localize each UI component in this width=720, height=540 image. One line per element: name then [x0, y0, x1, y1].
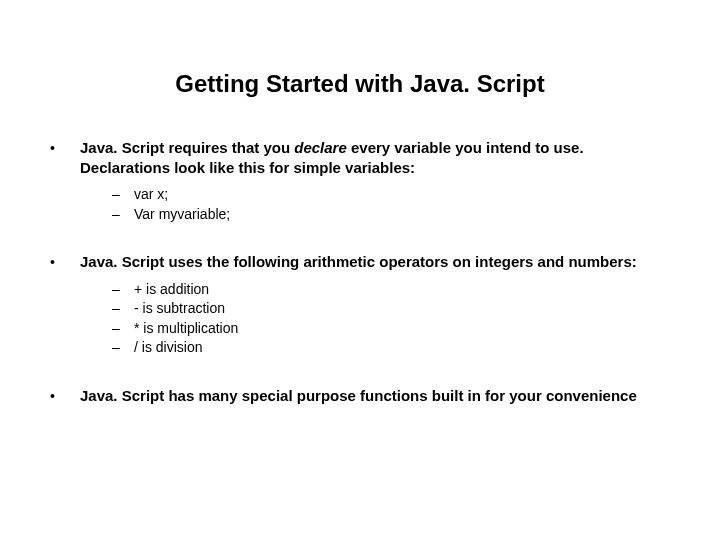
- sub-marker: –: [112, 205, 134, 225]
- bullet-section-2: • Java. Script uses the following arithm…: [50, 252, 670, 358]
- bullet-section-1: • Java. Script requires that you declare…: [50, 138, 670, 224]
- sub-text: Var myvariable;: [134, 205, 230, 225]
- bullet-item: • Java. Script requires that you declare…: [50, 138, 670, 177]
- sub-item: – + is addition: [112, 280, 670, 300]
- sub-text: var x;: [134, 185, 168, 205]
- bullet-item: • Java. Script has many special purpose …: [50, 386, 670, 406]
- bullet-section-3: • Java. Script has many special purpose …: [50, 386, 670, 406]
- bullet-text: Java. Script has many special purpose fu…: [80, 386, 670, 406]
- bullet-marker: •: [50, 138, 80, 177]
- sub-list: – var x; – Var myvariable;: [112, 185, 670, 224]
- bullet-text-pre: Java. Script uses the following arithmet…: [80, 253, 637, 270]
- sub-text: + is addition: [134, 280, 209, 300]
- sub-marker: –: [112, 185, 134, 205]
- sub-text: - is subtraction: [134, 299, 225, 319]
- bullet-text-pre: Java. Script requires that you: [80, 139, 294, 156]
- bullet-text: Java. Script uses the following arithmet…: [80, 252, 670, 272]
- sub-marker: –: [112, 299, 134, 319]
- sub-item: – - is subtraction: [112, 299, 670, 319]
- sub-marker: –: [112, 319, 134, 339]
- sub-item: – Var myvariable;: [112, 205, 670, 225]
- bullet-item: • Java. Script uses the following arithm…: [50, 252, 670, 272]
- sub-item: – var x;: [112, 185, 670, 205]
- sub-text: / is division: [134, 338, 202, 358]
- sub-item: – / is division: [112, 338, 670, 358]
- bullet-text-pre: Java. Script has many special purpose fu…: [80, 387, 637, 404]
- bullet-text: Java. Script requires that you declare e…: [80, 138, 670, 177]
- sub-text: * is multiplication: [134, 319, 238, 339]
- slide-title: Getting Started with Java. Script: [50, 70, 670, 98]
- sub-list: – + is addition – - is subtraction – * i…: [112, 280, 670, 358]
- bullet-marker: •: [50, 386, 80, 406]
- bullet-marker: •: [50, 252, 80, 272]
- bullet-text-italic: declare: [294, 139, 347, 156]
- sub-marker: –: [112, 280, 134, 300]
- sub-marker: –: [112, 338, 134, 358]
- sub-item: – * is multiplication: [112, 319, 670, 339]
